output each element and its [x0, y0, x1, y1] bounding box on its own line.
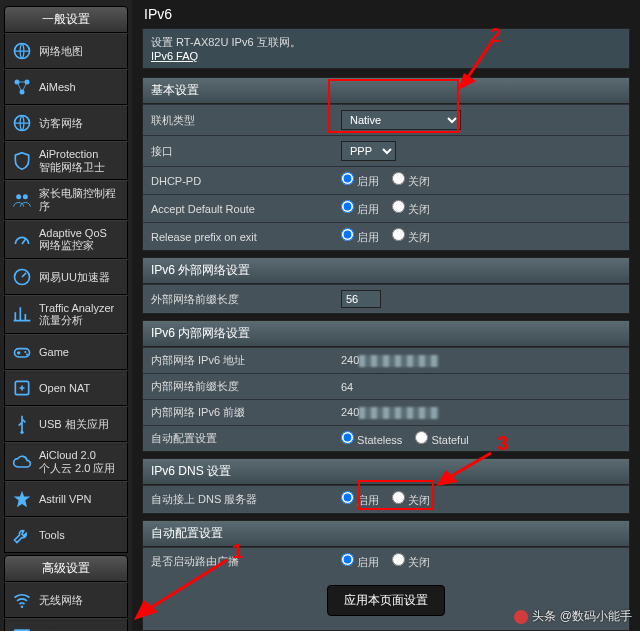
label-lan-prefix: 内部网络 IPv6 前缀 — [143, 400, 333, 426]
section-dns-header: IPv6 DNS 设置 — [143, 459, 629, 485]
select-interface[interactable]: PPP — [341, 141, 396, 161]
masked-value — [359, 355, 439, 367]
star-icon — [11, 488, 33, 510]
nat-icon — [11, 377, 33, 399]
wifi-icon — [11, 589, 33, 611]
radio-dns-enable[interactable]: 启用 — [341, 494, 379, 506]
sidebar-item-label: 家长电脑控制程序 — [39, 187, 121, 212]
sidebar-item--[interactable]: 家长电脑控制程序 — [4, 180, 128, 219]
sidebar-item--lan-[interactable]: 内部网络(LAN) — [4, 618, 128, 631]
radio-release-enable[interactable]: 启用 — [341, 231, 379, 243]
label-release-prefix: Release prefix on exit — [143, 223, 333, 251]
radio-accept-route-disable[interactable]: 关闭 — [392, 203, 430, 215]
lan-icon — [11, 625, 33, 631]
sidebar-item-label: 访客网络 — [39, 117, 83, 130]
label-ra: 是否启动路由广播 — [143, 548, 333, 576]
sidebar-item-label: Tools — [39, 529, 65, 542]
sidebar-item-adaptive-qos[interactable]: Adaptive QoS网络监控家 — [4, 220, 128, 259]
cloud-icon — [11, 451, 33, 473]
sidebar-group-advanced: 高级设置 — [4, 555, 128, 582]
watermark-text: 头条 @数码小能手 — [532, 608, 632, 625]
watermark: 头条 @数码小能手 — [514, 608, 632, 625]
sidebar-item--[interactable]: 访客网络 — [4, 105, 128, 141]
sidebar-item-label: USB 相关应用 — [39, 418, 109, 431]
section-lan: IPv6 内部网络设置 内部网络 IPv6 地址 240 内部网络前缀长度 64… — [142, 320, 630, 452]
sidebar-item--[interactable]: 网络地图 — [4, 33, 128, 69]
label-dns-auto: 自动接上 DNS 服务器 — [143, 486, 333, 514]
sidebar-item-label: 网络地图 — [39, 45, 83, 58]
speed-icon — [11, 266, 33, 288]
radio-dns-disable[interactable]: 关闭 — [392, 494, 430, 506]
sidebar-item-aicloud-2-0[interactable]: AiCloud 2.0个人云 2.0 应用 — [4, 442, 128, 481]
section-basic-header: 基本设置 — [143, 78, 629, 104]
faq-link[interactable]: IPv6 FAQ — [151, 50, 198, 62]
game-icon — [11, 341, 33, 363]
sidebar-item-astrill-vpn[interactable]: Astrill VPN — [4, 481, 128, 517]
main-panel: IPv6 设置 RT-AX82U IPv6 互联网。 IPv6 FAQ 基本设置… — [136, 0, 636, 631]
label-interface: 接口 — [143, 136, 333, 167]
sidebar-item-label: AiMesh — [39, 81, 76, 94]
label-lan-auto: 自动配置设置 — [143, 426, 333, 452]
watermark-logo-icon — [514, 610, 528, 624]
chart-icon — [11, 303, 33, 325]
sidebar-item--uu-[interactable]: 网易UU加速器 — [4, 259, 128, 295]
sidebar-item-traffic-analyzer[interactable]: Traffic Analyzer流量分析 — [4, 295, 128, 334]
sidebar-item-label: 无线网络 — [39, 594, 83, 607]
label-conn-type: 联机类型 — [143, 105, 333, 136]
value-lan-len: 64 — [341, 381, 353, 393]
input-wan-prefix-len[interactable] — [341, 290, 381, 308]
sidebar-item-label: AiProtection智能网络卫士 — [39, 148, 105, 173]
section-basic: 基本设置 联机类型 Native 接口 PPP DHCP-PD — [142, 77, 630, 251]
mesh-icon — [11, 76, 33, 98]
radio-dhcp-pd-enable[interactable]: 启用 — [341, 175, 379, 187]
select-conn-type[interactable]: Native — [341, 110, 461, 130]
page-description: 设置 RT-AX82U IPv6 互联网。 IPv6 FAQ — [142, 28, 630, 69]
sidebar: 一般设置 网络地图AiMesh访客网络AiProtection智能网络卫士家长电… — [0, 0, 132, 631]
radio-ra-disable[interactable]: 关闭 — [392, 556, 430, 568]
sidebar-item-aimesh[interactable]: AiMesh — [4, 69, 128, 105]
label-lan-len: 内部网络前缀长度 — [143, 374, 333, 400]
radio-accept-route-enable[interactable]: 启用 — [341, 203, 379, 215]
sidebar-item-label: Astrill VPN — [39, 493, 92, 506]
sidebar-item-tools[interactable]: Tools — [4, 517, 128, 553]
radio-ra-enable[interactable]: 启用 — [341, 556, 379, 568]
section-wan: IPv6 外部网络设置 外部网络前缀长度 — [142, 257, 630, 314]
radio-release-disable[interactable]: 关闭 — [392, 231, 430, 243]
wrench-icon — [11, 524, 33, 546]
label-accept-route: Accept Default Route — [143, 195, 333, 223]
people-icon — [11, 189, 33, 211]
usb-icon — [11, 413, 33, 435]
sidebar-item-open-nat[interactable]: Open NAT — [4, 370, 128, 406]
sidebar-item-label: Adaptive QoS网络监控家 — [39, 227, 107, 252]
sidebar-item-label: Traffic Analyzer流量分析 — [39, 302, 114, 327]
page-title: IPv6 — [142, 4, 630, 28]
section-lan-header: IPv6 内部网络设置 — [143, 321, 629, 347]
sidebar-item-label: Open NAT — [39, 382, 90, 395]
desc-text: 设置 RT-AX82U IPv6 互联网。 — [151, 36, 301, 48]
label-wan-prefix-len: 外部网络前缀长度 — [143, 285, 333, 314]
sidebar-item-label: 网易UU加速器 — [39, 271, 110, 284]
apply-button[interactable]: 应用本页面设置 — [327, 585, 445, 616]
radio-dhcp-pd-disable[interactable]: 关闭 — [392, 175, 430, 187]
sidebar-group-general: 一般设置 — [4, 6, 128, 33]
label-lan-addr: 内部网络 IPv6 地址 — [143, 348, 333, 374]
value-lan-addr: 240 — [341, 354, 359, 366]
shield-icon — [11, 150, 33, 172]
sidebar-item-label: Game — [39, 346, 69, 359]
section-dns: IPv6 DNS 设置 自动接上 DNS 服务器 启用 关闭 — [142, 458, 630, 514]
section-auto-header: 自动配置设置 — [143, 521, 629, 547]
label-dhcp-pd: DHCP-PD — [143, 167, 333, 195]
sidebar-item-label: AiCloud 2.0个人云 2.0 应用 — [39, 449, 115, 474]
value-lan-prefix: 240 — [341, 406, 359, 418]
radio-stateless[interactable]: Stateless — [341, 434, 402, 446]
globe-icon — [11, 40, 33, 62]
sidebar-item-game[interactable]: Game — [4, 334, 128, 370]
radio-stateful[interactable]: Stateful — [415, 434, 468, 446]
sidebar-item--[interactable]: 无线网络 — [4, 582, 128, 618]
masked-value — [359, 407, 439, 419]
section-wan-header: IPv6 外部网络设置 — [143, 258, 629, 284]
globe-icon — [11, 112, 33, 134]
sidebar-item-aiprotection[interactable]: AiProtection智能网络卫士 — [4, 141, 128, 180]
sidebar-item-usb-[interactable]: USB 相关应用 — [4, 406, 128, 442]
gauge-icon — [11, 228, 33, 250]
